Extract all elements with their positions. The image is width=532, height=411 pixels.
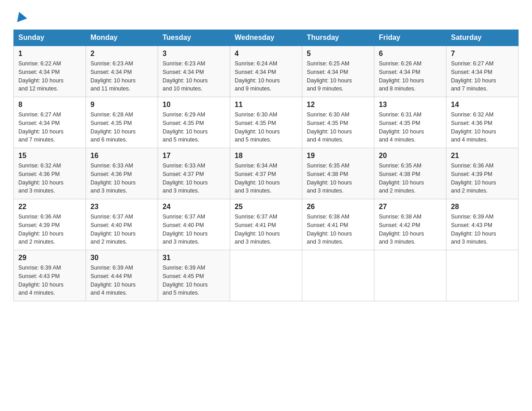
day-number: 31 [163, 254, 225, 262]
day-info: Sunrise: 6:36 AMSunset: 4:39 PMDaylight:… [18, 213, 81, 246]
day-number: 14 [451, 101, 514, 109]
day-info: Sunrise: 6:27 AMSunset: 4:34 PMDaylight:… [18, 111, 81, 144]
calendar-cell: 30Sunrise: 6:39 AMSunset: 4:44 PMDayligh… [86, 250, 158, 301]
day-info: Sunrise: 6:35 AMSunset: 4:38 PMDaylight:… [379, 162, 442, 195]
page-header [13, 9, 519, 22]
calendar-cell: 24Sunrise: 6:37 AMSunset: 4:40 PMDayligh… [158, 199, 230, 250]
day-number: 18 [235, 152, 297, 160]
calendar-cell: 15Sunrise: 6:32 AMSunset: 4:36 PMDayligh… [14, 148, 86, 199]
calendar-cell: 18Sunrise: 6:34 AMSunset: 4:37 PMDayligh… [230, 148, 302, 199]
calendar-cell: 13Sunrise: 6:31 AMSunset: 4:35 PMDayligh… [374, 97, 446, 148]
day-number: 10 [163, 101, 225, 109]
day-info: Sunrise: 6:39 AMSunset: 4:45 PMDaylight:… [163, 264, 225, 297]
day-number: 27 [379, 203, 442, 211]
calendar-cell [302, 250, 374, 301]
day-info: Sunrise: 6:38 AMSunset: 4:42 PMDaylight:… [379, 213, 442, 246]
day-number: 30 [90, 254, 153, 262]
day-number: 23 [90, 203, 153, 211]
calendar-cell: 31Sunrise: 6:39 AMSunset: 4:45 PMDayligh… [158, 250, 230, 301]
calendar-cell [374, 250, 446, 301]
calendar-cell: 10Sunrise: 6:29 AMSunset: 4:35 PMDayligh… [158, 97, 230, 148]
header-cell-sunday: Sunday [14, 30, 86, 46]
day-info: Sunrise: 6:30 AMSunset: 4:35 PMDaylight:… [307, 111, 369, 144]
calendar-cell: 17Sunrise: 6:33 AMSunset: 4:37 PMDayligh… [158, 148, 230, 199]
calendar-cell: 2Sunrise: 6:23 AMSunset: 4:34 PMDaylight… [86, 46, 158, 97]
calendar-cell: 27Sunrise: 6:38 AMSunset: 4:42 PMDayligh… [374, 199, 446, 250]
calendar-cell: 14Sunrise: 6:32 AMSunset: 4:36 PMDayligh… [446, 97, 519, 148]
day-info: Sunrise: 6:24 AMSunset: 4:34 PMDaylight:… [235, 60, 297, 93]
day-number: 1 [18, 50, 81, 58]
day-info: Sunrise: 6:37 AMSunset: 4:41 PMDaylight:… [235, 213, 297, 246]
calendar-cell: 8Sunrise: 6:27 AMSunset: 4:34 PMDaylight… [14, 97, 86, 148]
day-number: 7 [451, 50, 514, 58]
day-number: 4 [235, 50, 297, 58]
day-info: Sunrise: 6:22 AMSunset: 4:34 PMDaylight:… [18, 60, 81, 93]
calendar-cell: 29Sunrise: 6:39 AMSunset: 4:43 PMDayligh… [14, 250, 86, 301]
day-number: 9 [90, 101, 153, 109]
day-number: 6 [379, 50, 442, 58]
day-info: Sunrise: 6:32 AMSunset: 4:36 PMDaylight:… [451, 111, 514, 144]
calendar-row-4: 22Sunrise: 6:36 AMSunset: 4:39 PMDayligh… [14, 199, 519, 250]
calendar-cell: 3Sunrise: 6:23 AMSunset: 4:34 PMDaylight… [158, 46, 230, 97]
day-number: 16 [90, 152, 153, 160]
day-info: Sunrise: 6:23 AMSunset: 4:34 PMDaylight:… [90, 60, 153, 93]
calendar-cell: 26Sunrise: 6:38 AMSunset: 4:41 PMDayligh… [302, 199, 374, 250]
calendar-row-1: 1Sunrise: 6:22 AMSunset: 4:34 PMDaylight… [14, 46, 519, 97]
day-number: 20 [379, 152, 442, 160]
calendar-cell: 25Sunrise: 6:37 AMSunset: 4:41 PMDayligh… [230, 199, 302, 250]
day-info: Sunrise: 6:37 AMSunset: 4:40 PMDaylight:… [163, 213, 225, 246]
day-info: Sunrise: 6:36 AMSunset: 4:39 PMDaylight:… [451, 162, 514, 195]
calendar-cell: 9Sunrise: 6:28 AMSunset: 4:35 PMDaylight… [86, 97, 158, 148]
header-row: SundayMondayTuesdayWednesdayThursdayFrid… [14, 30, 519, 46]
day-number: 11 [235, 101, 297, 109]
header-cell-friday: Friday [374, 30, 446, 46]
day-number: 26 [307, 203, 369, 211]
calendar-cell: 16Sunrise: 6:33 AMSunset: 4:36 PMDayligh… [86, 148, 158, 199]
day-number: 12 [307, 101, 369, 109]
day-info: Sunrise: 6:33 AMSunset: 4:36 PMDaylight:… [90, 162, 153, 195]
day-number: 5 [307, 50, 369, 58]
day-info: Sunrise: 6:25 AMSunset: 4:34 PMDaylight:… [307, 60, 369, 93]
header-cell-tuesday: Tuesday [158, 30, 230, 46]
header-cell-monday: Monday [86, 30, 158, 46]
calendar-cell: 6Sunrise: 6:26 AMSunset: 4:34 PMDaylight… [374, 46, 446, 97]
calendar-cell: 19Sunrise: 6:35 AMSunset: 4:38 PMDayligh… [302, 148, 374, 199]
day-info: Sunrise: 6:26 AMSunset: 4:34 PMDaylight:… [379, 60, 442, 93]
day-number: 15 [18, 152, 81, 160]
day-number: 21 [451, 152, 514, 160]
day-info: Sunrise: 6:28 AMSunset: 4:35 PMDaylight:… [90, 111, 153, 144]
calendar-cell: 5Sunrise: 6:25 AMSunset: 4:34 PMDaylight… [302, 46, 374, 97]
calendar-cell: 1Sunrise: 6:22 AMSunset: 4:34 PMDaylight… [14, 46, 86, 97]
day-info: Sunrise: 6:33 AMSunset: 4:37 PMDaylight:… [163, 162, 225, 195]
day-number: 17 [163, 152, 225, 160]
calendar-cell: 28Sunrise: 6:39 AMSunset: 4:43 PMDayligh… [446, 199, 519, 250]
day-number: 28 [451, 203, 514, 211]
day-info: Sunrise: 6:30 AMSunset: 4:35 PMDaylight:… [235, 111, 297, 144]
header-cell-saturday: Saturday [446, 30, 519, 46]
calendar-cell [230, 250, 302, 301]
day-info: Sunrise: 6:38 AMSunset: 4:41 PMDaylight:… [307, 213, 369, 246]
calendar-cell: 23Sunrise: 6:37 AMSunset: 4:40 PMDayligh… [86, 199, 158, 250]
header-cell-wednesday: Wednesday [230, 30, 302, 46]
day-info: Sunrise: 6:35 AMSunset: 4:38 PMDaylight:… [307, 162, 369, 195]
calendar-row-5: 29Sunrise: 6:39 AMSunset: 4:43 PMDayligh… [14, 250, 519, 301]
day-info: Sunrise: 6:27 AMSunset: 4:34 PMDaylight:… [451, 60, 514, 93]
calendar-cell: 20Sunrise: 6:35 AMSunset: 4:38 PMDayligh… [374, 148, 446, 199]
day-info: Sunrise: 6:32 AMSunset: 4:36 PMDaylight:… [18, 162, 81, 195]
calendar-cell: 11Sunrise: 6:30 AMSunset: 4:35 PMDayligh… [230, 97, 302, 148]
day-number: 29 [18, 254, 81, 262]
day-number: 3 [163, 50, 225, 58]
day-number: 22 [18, 203, 81, 211]
day-info: Sunrise: 6:37 AMSunset: 4:40 PMDaylight:… [90, 213, 153, 246]
calendar-cell: 4Sunrise: 6:24 AMSunset: 4:34 PMDaylight… [230, 46, 302, 97]
day-number: 25 [235, 203, 297, 211]
day-info: Sunrise: 6:34 AMSunset: 4:37 PMDaylight:… [235, 162, 297, 195]
day-info: Sunrise: 6:29 AMSunset: 4:35 PMDaylight:… [163, 111, 225, 144]
day-number: 13 [379, 101, 442, 109]
calendar-row-3: 15Sunrise: 6:32 AMSunset: 4:36 PMDayligh… [14, 148, 519, 199]
day-info: Sunrise: 6:23 AMSunset: 4:34 PMDaylight:… [163, 60, 225, 93]
day-number: 24 [163, 203, 225, 211]
day-info: Sunrise: 6:39 AMSunset: 4:43 PMDaylight:… [451, 213, 514, 246]
day-number: 8 [18, 101, 81, 109]
logo-triangle-icon [14, 10, 27, 22]
